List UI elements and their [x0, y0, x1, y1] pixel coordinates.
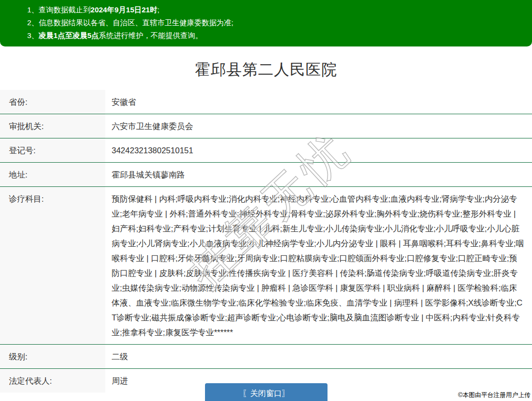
- row-value: 霍邱县城关镇蓼南路: [105, 163, 532, 187]
- row-label: 省份:: [0, 90, 105, 114]
- row-label: 地址:: [0, 163, 105, 187]
- row-label: 登记号:: [0, 138, 105, 163]
- notice-line-3: 3、凌晨1点至凌晨5点系统进行维护，不能提供查询。: [27, 29, 522, 42]
- notice-text-bold: 2024年9月15日21时: [90, 5, 157, 14]
- table-row: 省份: 安徽省: [0, 90, 532, 114]
- row-label: 诊疗科目:: [0, 187, 105, 345]
- close-window-button[interactable]: 〖关闭窗口〗: [205, 383, 327, 401]
- row-label: 审批机关:: [0, 114, 105, 138]
- row-value: 六安市卫生健康委员会: [105, 114, 532, 138]
- row-label: 级别:: [0, 345, 105, 369]
- hospital-info-table: 省份: 安徽省 审批机关: 六安市卫生健康委员会 登记号: 3424232138…: [0, 90, 532, 393]
- page: 1、查询数据截止到2024年9月15日21时; 2、信息数据结果以各省、自治区、…: [0, 0, 532, 401]
- notice-number: 3、: [27, 31, 39, 40]
- notice-line-1: 1、查询数据截止到2024年9月15日21时;: [27, 3, 522, 16]
- hospital-title: 霍邱县第二人民医院: [0, 59, 532, 80]
- table-row: 登记号: 342423213802510151: [0, 138, 532, 163]
- row-value: 预防保健科 | 内科;呼吸内科专业;消化内科专业;神经内科专业;心血管内科专业;…: [105, 187, 532, 345]
- notice-banner: 1、查询数据截止到2024年9月15日21时; 2、信息数据结果以各省、自治区、…: [0, 0, 532, 46]
- table-row: 诊疗科目: 预防保健科 | 内科;呼吸内科专业;消化内科专业;神经内科专业;心血…: [0, 187, 532, 345]
- row-value: 342423213802510151: [105, 138, 532, 163]
- row-value: 二级: [105, 345, 532, 369]
- table-row: 审批机关: 六安市卫生健康委员会: [0, 114, 532, 138]
- notice-number: 1、: [27, 5, 39, 14]
- notice-text: 信息数据结果以各省、自治区、直辖市卫生健康委数据为准;: [39, 18, 233, 27]
- notice-line-2: 2、信息数据结果以各省、自治区、直辖市卫生健康委数据为准;: [27, 16, 522, 29]
- row-label: 法定代表人:: [0, 369, 105, 393]
- notice-text: 系统进行维护，不能提供查询。: [99, 31, 203, 40]
- notice-text: ;: [157, 5, 159, 14]
- notice-number: 2、: [27, 18, 39, 27]
- notice-text: 查询数据截止到: [39, 5, 90, 14]
- table-row: 级别: 二级: [0, 345, 532, 369]
- table-row: 地址: 霍邱县城关镇蓼南路: [0, 163, 532, 187]
- notice-text-bold: 凌晨1点至凌晨5点: [39, 31, 99, 40]
- row-value: 安徽省: [105, 90, 532, 114]
- attribution: ©本图由平台注册用户上传: [458, 391, 531, 400]
